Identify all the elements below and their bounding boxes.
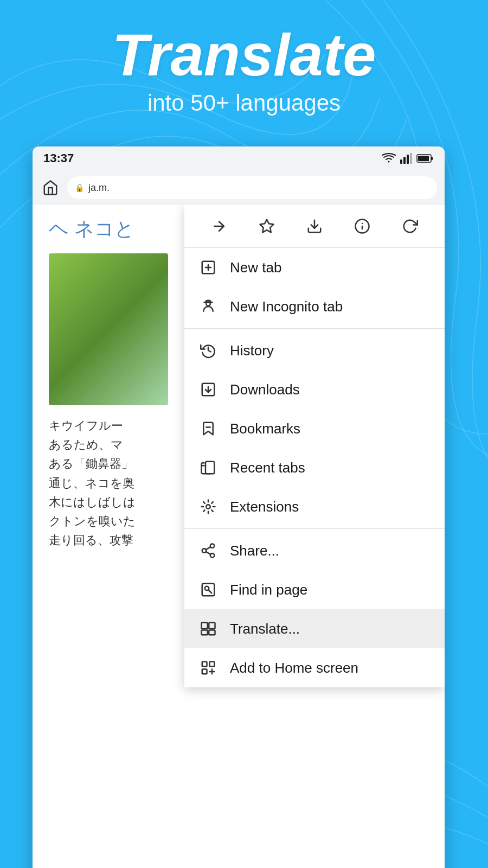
dropdown-toolbar (184, 205, 445, 248)
svg-point-23 (206, 505, 210, 509)
translate-icon (198, 619, 218, 639)
find-in-page-item[interactable]: Find in page (184, 570, 445, 609)
svg-rect-5 (431, 157, 433, 160)
forward-button[interactable] (206, 213, 233, 240)
battery-icon (416, 153, 434, 164)
info-button[interactable] (349, 213, 376, 240)
address-bar-row: 🔒 ja.m. (33, 170, 445, 205)
svg-rect-3 (410, 153, 412, 164)
dropdown-menu: New tab New Incognito tab (184, 205, 445, 687)
signal-icon (400, 153, 412, 164)
extensions-label: Extensions (230, 499, 299, 515)
svg-line-31 (209, 590, 211, 593)
downloads-item[interactable]: Downloads (184, 370, 445, 409)
find-in-page-label: Find in page (230, 582, 307, 598)
translate-label: Translate... (230, 621, 300, 637)
hero-subtitle: into 50+ languages (0, 90, 488, 116)
hero-section: Translate into 50+ languages (0, 22, 488, 116)
divider-1 (184, 328, 445, 329)
forward-icon (211, 218, 227, 234)
svg-rect-36 (202, 662, 207, 667)
history-label: History (230, 342, 274, 359)
svg-rect-35 (209, 630, 215, 635)
wifi-icon (382, 153, 396, 164)
info-icon (354, 218, 370, 234)
hero-title: Translate (0, 22, 488, 87)
star-icon (259, 218, 275, 234)
new-tab-icon (198, 258, 218, 277)
svg-marker-8 (260, 220, 274, 233)
svg-line-27 (206, 552, 211, 554)
add-home-icon (198, 658, 218, 678)
new-incognito-label: New Incognito tab (230, 298, 343, 315)
share-label: Share... (230, 542, 279, 559)
refresh-icon (402, 218, 418, 234)
download-toolbar-icon (306, 218, 323, 234)
add-home-label: Add to Home screen (230, 660, 358, 676)
status-time: 13:37 (43, 151, 74, 165)
recent-tabs-item[interactable]: Recent tabs (184, 448, 445, 487)
svg-rect-1 (403, 157, 406, 164)
svg-rect-32 (202, 623, 208, 629)
address-text: ja.m. (88, 182, 110, 194)
svg-rect-0 (400, 159, 402, 164)
share-item[interactable]: Share... (184, 531, 445, 570)
new-tab-label: New tab (230, 259, 281, 276)
bookmarks-item[interactable]: Bookmarks (184, 409, 445, 448)
svg-rect-2 (407, 155, 409, 164)
extensions-icon (198, 497, 218, 516)
new-incognito-tab-item[interactable]: New Incognito tab (184, 287, 445, 326)
bookmarks-label: Bookmarks (230, 420, 300, 437)
history-item[interactable]: History (184, 331, 445, 370)
refresh-button[interactable] (396, 213, 423, 240)
home-button[interactable] (40, 177, 61, 198)
svg-line-28 (206, 547, 211, 550)
find-icon (198, 580, 218, 599)
incognito-icon (198, 297, 218, 316)
browser-content: ヘ ネコと キウイフルー あるため、マ ある「鋤鼻器」 通じ、ネコを奥 木にはし… (33, 205, 445, 868)
extensions-item[interactable]: Extensions (184, 487, 445, 526)
status-icons (382, 153, 434, 164)
translate-item[interactable]: Translate... (184, 609, 445, 648)
bookmark-button[interactable] (253, 213, 280, 240)
svg-point-30 (205, 586, 209, 591)
svg-rect-37 (210, 662, 215, 667)
browser-frame: 13:37 (33, 146, 445, 868)
downloads-icon (198, 380, 218, 399)
svg-rect-33 (209, 623, 215, 629)
bookmarks-icon (198, 419, 218, 438)
download-toolbar-button[interactable] (301, 213, 328, 240)
address-pill[interactable]: 🔒 ja.m. (67, 176, 437, 199)
recent-tabs-label: Recent tabs (230, 459, 305, 476)
svg-rect-34 (202, 630, 208, 635)
divider-2 (184, 528, 445, 529)
svg-rect-21 (206, 462, 214, 474)
share-icon (198, 541, 218, 560)
lock-icon: 🔒 (75, 183, 84, 192)
svg-rect-6 (418, 156, 429, 161)
history-icon (198, 341, 218, 360)
svg-rect-38 (202, 669, 207, 674)
page-image (49, 253, 168, 405)
home-icon (42, 180, 59, 196)
status-bar: 13:37 (33, 146, 445, 170)
recent-tabs-icon (198, 458, 218, 477)
add-home-item[interactable]: Add to Home screen (184, 648, 445, 687)
downloads-label: Downloads (230, 381, 300, 398)
new-tab-item[interactable]: New tab (184, 248, 445, 287)
